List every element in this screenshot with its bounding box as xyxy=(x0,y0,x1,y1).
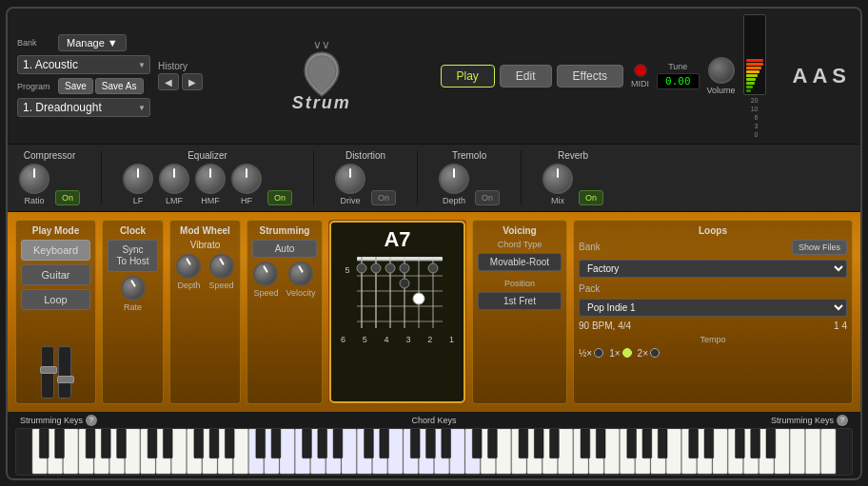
history-prev-button[interactable]: ◀ xyxy=(158,73,179,90)
effects-nav-button[interactable]: Effects xyxy=(557,65,623,87)
strumming-knobs: Speed Velocity xyxy=(252,262,317,298)
piano-keyboard[interactable] xyxy=(15,428,853,476)
eq-hmf-label: HMF xyxy=(201,196,220,205)
reverb-mix-knob[interactable] xyxy=(542,164,573,194)
tune-label: Tune xyxy=(668,62,687,71)
play-nav-button[interactable]: Play xyxy=(441,65,495,87)
position-display[interactable]: 1st Fret xyxy=(478,292,562,310)
pack-label: Pack xyxy=(579,283,847,294)
loop-mode-button[interactable]: Loop xyxy=(21,289,90,310)
strum-speed-knob[interactable] xyxy=(253,262,278,286)
tempo-half-option[interactable]: ½× xyxy=(579,348,603,359)
bank-row: Bank Manage ▼ xyxy=(17,34,150,51)
tremolo-depth-label: Depth xyxy=(443,196,465,205)
tremolo-on-button[interactable]: On xyxy=(475,190,500,205)
keyboard-mode-button[interactable]: Keyboard xyxy=(21,240,90,261)
divider-2 xyxy=(313,150,314,205)
svg-text:5: 5 xyxy=(345,265,349,275)
show-files-button[interactable]: Show Files xyxy=(792,240,847,255)
equalizer-title: Equalizer xyxy=(187,150,227,161)
eq-lf-knob[interactable] xyxy=(123,164,153,194)
tempo-two-option[interactable]: 2× xyxy=(638,348,660,359)
slider-thumb-1[interactable] xyxy=(40,366,57,374)
svg-point-17 xyxy=(428,263,438,273)
clock-sync-button[interactable]: SyncTo Host xyxy=(108,240,158,272)
mod-speed-knob[interactable] xyxy=(209,254,234,279)
slider-track-1[interactable] xyxy=(41,346,54,399)
left-strumming-label: Strumming Keys ? xyxy=(20,415,97,426)
svg-point-19 xyxy=(413,293,424,304)
string-3: 3 xyxy=(405,335,410,344)
factory-select-wrapper: Factory xyxy=(579,259,847,278)
svg-rect-57 xyxy=(604,429,619,474)
tremolo-depth-knob[interactable] xyxy=(439,164,469,194)
svg-rect-87 xyxy=(365,429,374,458)
history-next-button[interactable]: ▶ xyxy=(182,73,203,90)
compressor-controls: Ratio On xyxy=(19,164,80,205)
reverb-mix-label: Mix xyxy=(551,196,564,205)
strumming-auto-button[interactable]: Auto xyxy=(252,240,317,258)
fretboard-svg: 5 xyxy=(343,252,452,333)
half-radio[interactable] xyxy=(594,348,603,358)
svg-rect-106 xyxy=(766,429,776,458)
compressor-on-button[interactable]: On xyxy=(55,190,80,205)
svg-rect-77 xyxy=(148,429,157,458)
chord-strings-label: 6 5 4 3 2 1 xyxy=(336,335,459,344)
svg-rect-22 xyxy=(64,429,78,474)
two-radio[interactable] xyxy=(650,348,660,358)
play-mode-sliders xyxy=(21,314,90,399)
chord-name: A7 xyxy=(384,227,410,252)
chord-type-label: Chord Type xyxy=(478,240,562,249)
reverb-on-button[interactable]: On xyxy=(579,190,603,205)
volume-knob[interactable] xyxy=(708,57,735,84)
svg-point-15 xyxy=(385,263,395,273)
strum-velocity-knob[interactable] xyxy=(288,262,313,286)
bpm-row: 90 BPM, 4/4 1 4 xyxy=(579,321,847,331)
svg-rect-71 xyxy=(821,429,836,474)
vu-0: 0 xyxy=(755,131,759,138)
position-label: Position xyxy=(478,279,562,288)
factory-select[interactable]: Factory xyxy=(579,260,847,278)
clock-rate-knob[interactable] xyxy=(121,276,146,301)
svg-rect-96 xyxy=(550,429,560,458)
midi-led xyxy=(634,64,647,77)
eq-hf-knob[interactable] xyxy=(231,164,262,194)
svg-rect-54 xyxy=(558,429,572,474)
one-radio[interactable] xyxy=(622,348,632,358)
save-as-button[interactable]: Save As xyxy=(95,78,144,94)
save-button[interactable]: Save xyxy=(58,78,93,94)
distortion-controls: Drive On xyxy=(335,164,396,205)
main-section: Play Mode Keyboard Guitar Loop Clock xyxy=(8,212,860,412)
svg-point-16 xyxy=(400,263,409,273)
manage-button[interactable]: Manage ▼ xyxy=(58,34,127,51)
reverb-group: Reverb Mix On xyxy=(542,150,603,205)
distortion-drive-knob[interactable] xyxy=(335,164,365,194)
divider-3 xyxy=(417,150,418,205)
pack-select[interactable]: Pop Indie 1 xyxy=(579,299,847,317)
equalizer-on-button[interactable]: On xyxy=(267,190,292,205)
svg-rect-102 xyxy=(689,429,699,458)
slider-thumb-2[interactable] xyxy=(57,376,74,383)
eq-hmf-knob[interactable] xyxy=(195,164,226,194)
svg-rect-101 xyxy=(658,429,667,458)
tempo-one-option[interactable]: 1× xyxy=(609,348,631,359)
mod-depth-knob[interactable] xyxy=(176,254,201,279)
left-strum-info-icon[interactable]: ? xyxy=(86,415,97,426)
bank-select[interactable]: 1. Acoustic xyxy=(17,55,150,74)
vu-6: 6 xyxy=(755,114,759,121)
program-select[interactable]: 1. Dreadnought xyxy=(17,98,150,117)
svg-rect-26 xyxy=(126,429,140,474)
svg-rect-68 xyxy=(775,429,789,474)
beat-count: 1 4 xyxy=(834,321,847,331)
chord-type-display[interactable]: Movable-Root xyxy=(478,253,562,271)
right-strum-info-icon[interactable]: ? xyxy=(837,415,848,426)
guitar-mode-button[interactable]: Guitar xyxy=(21,264,90,285)
slider-track-2[interactable] xyxy=(58,346,71,399)
edit-nav-button[interactable]: Edit xyxy=(500,65,552,87)
compressor-ratio-knob[interactable] xyxy=(19,164,49,194)
tune-value: 0.00 xyxy=(657,73,700,89)
distortion-on-button[interactable]: On xyxy=(371,190,396,205)
voicing-title: Voicing xyxy=(478,225,562,236)
eq-lmf-knob[interactable] xyxy=(159,164,189,194)
svg-rect-105 xyxy=(751,429,760,458)
